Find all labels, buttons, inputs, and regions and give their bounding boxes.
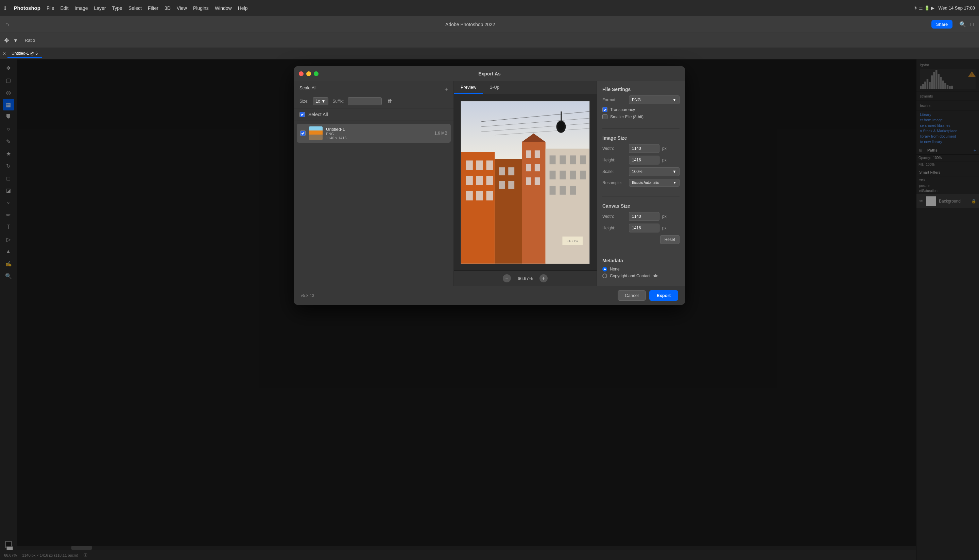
file-size: 1.6 MB	[434, 131, 447, 136]
scale-select[interactable]: 1x ▼	[313, 97, 329, 105]
canvas-width-label: Width:	[602, 214, 626, 219]
file-list-item[interactable]: Untitled-1 PNG 1140 x 1416 1.6 MB	[297, 124, 451, 143]
system-icons: ☀ ⚌ 🔋 ▶	[914, 5, 934, 10]
resample-select[interactable]: Bicubic Automatic ▼	[629, 179, 679, 187]
svg-rect-34	[560, 155, 565, 164]
svg-text:Cibi e Vini: Cibi e Vini	[567, 240, 579, 243]
menu-plugins[interactable]: Plugins	[193, 5, 209, 11]
share-button[interactable]: Share	[931, 20, 953, 28]
traffic-lights	[299, 72, 319, 76]
dialog-close-button[interactable]	[299, 72, 304, 76]
menu-filter[interactable]: Filter	[148, 5, 158, 11]
menu-3d[interactable]: 3D	[165, 5, 171, 11]
ps-home-icon[interactable]: ⌂	[5, 21, 9, 28]
svg-rect-13	[487, 160, 493, 170]
menu-image[interactable]: Image	[75, 5, 88, 11]
window-title: Adobe Photoshop 2022	[13, 22, 927, 27]
canvas-width-input[interactable]	[629, 212, 659, 221]
dialog-maximize-button[interactable]	[314, 72, 319, 76]
app-name[interactable]: Photoshop	[14, 5, 40, 11]
image-height-label: Height:	[602, 158, 626, 162]
check-icon-file	[301, 132, 305, 135]
menu-edit[interactable]: Edit	[60, 5, 68, 11]
tab-preview[interactable]: Preview	[454, 81, 483, 94]
format-label: Format:	[602, 98, 626, 102]
menu-view[interactable]: View	[177, 5, 187, 11]
expand-icon[interactable]: □	[970, 22, 974, 28]
menu-help[interactable]: Help	[238, 5, 248, 11]
metadata-none-radio[interactable]	[602, 267, 607, 272]
svg-rect-33	[550, 155, 556, 164]
search-icon[interactable]: 🔍	[959, 21, 966, 28]
preview-image: Cibi e Vini	[460, 101, 590, 264]
scale-select-settings[interactable]: 100% ▼	[629, 167, 679, 176]
svg-rect-14	[466, 176, 473, 185]
ratio-label: Ratio	[25, 38, 35, 43]
file-info: Untitled-1 PNG 1140 x 1416	[326, 127, 431, 140]
metadata-none-label: None	[610, 267, 620, 272]
menu-layer[interactable]: Layer	[94, 5, 106, 11]
menu-file[interactable]: File	[47, 5, 54, 11]
preview-panel: Preview 2-Up	[454, 81, 597, 286]
menu-bar:  Photoshop File Edit Image Layer Type S…	[0, 0, 979, 16]
add-scale-button[interactable]: +	[444, 86, 448, 93]
scale-row-settings: Scale: 100% ▼	[602, 167, 679, 176]
tab-2up[interactable]: 2-Up	[483, 81, 506, 94]
image-width-input[interactable]	[629, 144, 659, 153]
menu-window[interactable]: Window	[215, 5, 232, 11]
dialog-minimize-button[interactable]	[306, 72, 311, 76]
export-as-dialog: Export As Scale All + Size:	[294, 66, 685, 305]
scale-value-settings: 100%	[632, 169, 642, 174]
svg-rect-19	[487, 191, 493, 200]
delete-scale-button[interactable]: 🗑	[387, 98, 393, 104]
cancel-button[interactable]: Cancel	[618, 290, 645, 301]
menu-type[interactable]: Type	[112, 5, 122, 11]
svg-rect-25	[522, 142, 545, 263]
options-chevron[interactable]: ▼	[13, 38, 18, 43]
suffix-input[interactable]	[348, 97, 382, 105]
zoom-out-button[interactable]: −	[503, 274, 511, 282]
svg-rect-35	[570, 155, 576, 164]
chevron-down-icon: ▼	[321, 99, 325, 103]
dialog-footer: v5.8.13 Cancel Export	[294, 286, 685, 305]
metadata-section: Metadata None Copyright and Contact Info	[602, 258, 679, 280]
resample-value: Bicubic Automatic	[632, 181, 659, 185]
image-size-title: Image Size	[602, 135, 679, 141]
canvas-height-input[interactable]	[629, 223, 659, 232]
svg-rect-37	[550, 171, 556, 179]
zoom-in-button[interactable]: +	[539, 274, 548, 282]
format-select[interactable]: PNG ▼	[629, 95, 679, 104]
select-all-checkbox[interactable]	[300, 112, 305, 117]
transparency-checkbox[interactable]	[602, 107, 607, 112]
smaller-file-checkbox[interactable]	[602, 114, 607, 119]
close-tab-icon[interactable]: ✕	[3, 51, 6, 56]
file-settings-section: File Settings Format: PNG ▼	[602, 87, 679, 121]
apple-menu[interactable]: 	[4, 4, 7, 12]
file-item-checkbox[interactable]	[300, 130, 305, 136]
image-width-row: Width: px	[602, 144, 679, 153]
move-tool-icon: ✥	[4, 37, 9, 44]
metadata-copyright-radio[interactable]	[602, 273, 607, 278]
svg-rect-42	[560, 185, 565, 194]
preview-content: Cibi e Vini	[454, 94, 597, 270]
svg-rect-22	[508, 167, 514, 175]
scale-label-settings: Scale:	[602, 169, 626, 174]
svg-rect-21	[499, 167, 505, 175]
file-format: PNG	[326, 132, 431, 136]
svg-rect-27	[535, 150, 540, 158]
document-tab[interactable]: Untitled-1 @ 6	[7, 50, 42, 58]
format-value: PNG	[632, 98, 641, 102]
canvas-height-row: Height: px	[602, 223, 679, 232]
image-height-input[interactable]	[629, 156, 659, 165]
dialog-title: Export As	[478, 71, 501, 77]
image-width-label: Width:	[602, 146, 626, 151]
svg-point-8	[557, 121, 564, 130]
svg-rect-32	[545, 148, 589, 263]
resample-chevron-icon: ▼	[673, 181, 677, 185]
menu-select[interactable]: Select	[128, 5, 142, 11]
svg-rect-18	[476, 191, 483, 200]
reset-button[interactable]: Reset	[660, 235, 679, 244]
dialog-titlebar: Export As	[294, 66, 685, 81]
export-button[interactable]: Export	[649, 290, 678, 301]
svg-rect-29	[535, 164, 540, 171]
